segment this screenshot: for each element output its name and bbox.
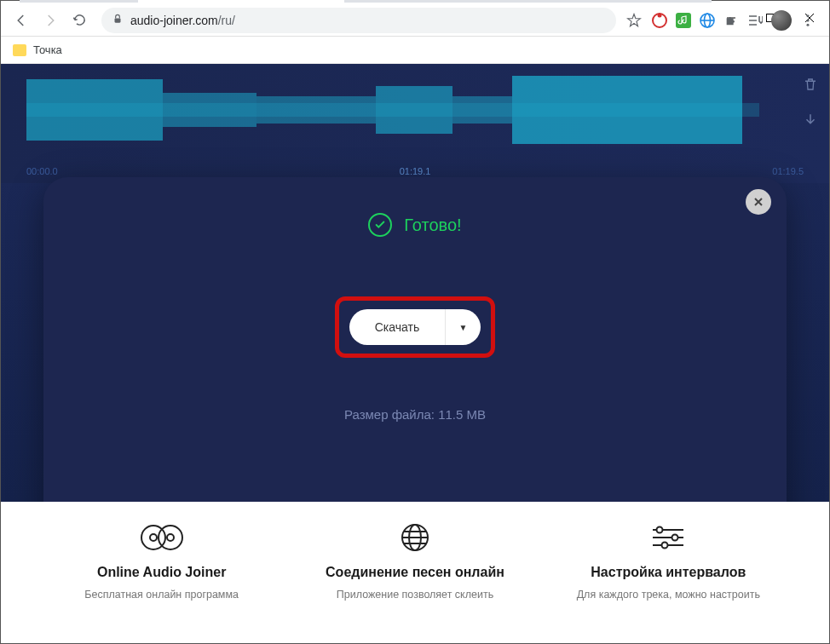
waveform-track: 00:00.0 01:19.5 01:19.1 xyxy=(1,64,829,183)
reload-button[interactable] xyxy=(67,9,91,32)
forward-button[interactable] xyxy=(38,9,62,32)
check-circle-icon xyxy=(368,213,392,237)
svg-point-19 xyxy=(159,526,182,549)
svg-point-25 xyxy=(662,543,668,549)
sliders-icon xyxy=(649,520,687,555)
svg-point-9 xyxy=(806,23,809,26)
menu-icon[interactable] xyxy=(800,13,816,28)
tab-strip: Lumpics.ru Соединить песни онлайн, склеи xyxy=(20,0,712,3)
url-text: audio-joiner.com/ru/ xyxy=(130,14,235,27)
time-mid: 01:19.1 xyxy=(400,166,431,176)
feature-merge-online: Соединение песен онлайн Приложение позво… xyxy=(288,520,541,612)
browser-toolbar: audio-joiner.com/ru/ xyxy=(1,4,829,37)
svg-rect-4 xyxy=(676,13,691,28)
bookmark-item[interactable]: Точка xyxy=(33,43,62,56)
svg-point-7 xyxy=(806,14,809,17)
features-section: Online Audio Joiner Бесплатная онлайн пр… xyxy=(1,502,829,612)
waveform-icon xyxy=(26,71,759,149)
feature-desc: Бесплатная онлайн программа xyxy=(84,587,239,602)
adguard-icon[interactable] xyxy=(652,13,667,28)
tab-audiojoiner[interactable]: Соединить песни онлайн, склеи xyxy=(138,0,344,3)
svg-rect-14 xyxy=(376,86,452,134)
done-indicator: Готово! xyxy=(368,213,461,237)
svg-point-8 xyxy=(806,19,809,21)
reading-list-icon[interactable] xyxy=(747,13,763,28)
download-label: Скачать xyxy=(349,309,445,345)
back-button[interactable] xyxy=(9,9,33,32)
feature-intervals: Настройка интервалов Для каждого трека, … xyxy=(542,520,795,612)
svg-rect-16 xyxy=(512,76,742,144)
globe-ext-icon[interactable] xyxy=(700,13,715,28)
download-arrow-icon[interactable] xyxy=(800,110,821,130)
tab-lumpics[interactable]: Lumpics.ru xyxy=(26,0,138,3)
extensions xyxy=(647,10,821,31)
feature-online-joiner: Online Audio Joiner Бесплатная онлайн пр… xyxy=(35,520,288,612)
download-dropdown[interactable]: ▼ xyxy=(445,309,481,345)
svg-rect-1 xyxy=(115,18,121,22)
time-end: 01:19.5 xyxy=(772,166,804,176)
music-ext-icon[interactable] xyxy=(676,13,691,28)
svg-rect-15 xyxy=(452,96,512,124)
svg-rect-11 xyxy=(26,79,163,141)
track-side-controls xyxy=(800,74,821,130)
feature-title: Соединение песен онлайн xyxy=(326,565,504,580)
feature-title: Online Audio Joiner xyxy=(97,565,226,580)
svg-point-18 xyxy=(150,534,157,541)
page-content: 00:00.0 01:19.5 01:19.1 Готово! xyxy=(1,64,829,612)
done-label: Готово! xyxy=(404,216,461,235)
puzzle-icon[interactable] xyxy=(723,13,739,28)
svg-point-20 xyxy=(167,534,174,541)
annotation-highlight: Скачать ▼ xyxy=(335,296,495,358)
feature-desc: Для каждого трека, можно настроить xyxy=(577,587,760,602)
feature-desc: Приложение позволяет склеить xyxy=(337,587,493,602)
time-start: 00:00.0 xyxy=(26,166,58,176)
close-modal-button[interactable] xyxy=(746,189,771,215)
globe-icon xyxy=(401,520,429,555)
lock-icon xyxy=(112,13,124,28)
folder-icon xyxy=(13,44,26,56)
star-icon[interactable] xyxy=(626,13,642,28)
download-button[interactable]: Скачать ▼ xyxy=(349,309,481,345)
svg-rect-13 xyxy=(256,96,376,124)
feature-title: Настройка интервалов xyxy=(591,565,746,580)
svg-rect-12 xyxy=(163,93,256,127)
address-bar[interactable]: audio-joiner.com/ru/ xyxy=(101,8,616,33)
trash-icon[interactable] xyxy=(800,74,821,95)
svg-point-24 xyxy=(672,535,678,541)
svg-point-23 xyxy=(657,527,663,533)
chevron-down-icon: ▼ xyxy=(459,323,468,332)
discs-icon xyxy=(136,520,187,555)
svg-point-3 xyxy=(658,13,662,17)
profile-avatar[interactable] xyxy=(771,10,792,31)
bookmarks-bar: Точка xyxy=(1,37,829,64)
filesize-label: Размер файла: 11.5 MB xyxy=(344,407,486,422)
